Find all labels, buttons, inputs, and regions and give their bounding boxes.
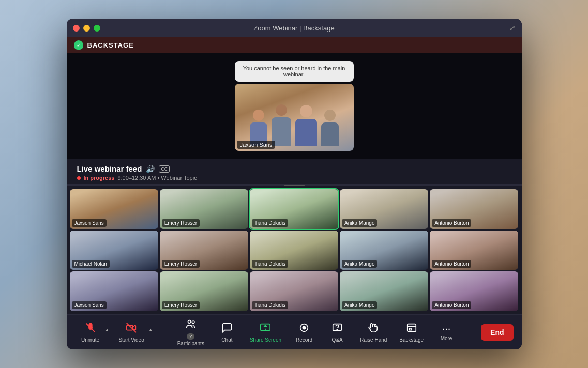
presenter-tooltip: You cannot be seen or heard in the main …: [235, 61, 354, 82]
share-screen-button[interactable]: Share Screen: [245, 319, 287, 346]
in-progress-text: In progress: [84, 175, 115, 181]
video-cell[interactable]: Jaxson Saris: [70, 189, 158, 229]
backstage-label: BACKSTAGE: [87, 41, 134, 49]
svg-rect-12: [409, 328, 411, 330]
fullscreen-button[interactable]: ⤢: [509, 24, 516, 32]
participant-name: Emery Rosser: [162, 301, 200, 309]
video-cell[interactable]: Anika Mango: [340, 189, 428, 229]
video-cell[interactable]: Antonio Burton: [430, 189, 518, 229]
share-screen-icon: [260, 322, 271, 335]
live-feed-title: Live webinar feed 🔊 CC: [77, 164, 511, 173]
zoom-window: Zoom Webinar | Backstage ⤢ ✓ BACKSTAGE Y…: [67, 19, 522, 349]
unmute-button[interactable]: Unmute: [75, 319, 106, 346]
video-cell[interactable]: Tiana Dokidis: [250, 189, 338, 229]
video-icon: [126, 322, 137, 335]
more-icon: ···: [442, 323, 451, 333]
video-cell[interactable]: Tiana Dokidis: [250, 231, 338, 270]
backstage-button[interactable]: Backstage: [394, 319, 429, 346]
svg-point-4: [192, 321, 194, 324]
live-feed-bar: Live webinar feed 🔊 CC In progress 9:00–…: [67, 159, 522, 184]
titlebar: Zoom Webinar | Backstage ⤢: [67, 19, 522, 37]
shield-icon: ✓: [74, 40, 83, 50]
more-label: More: [441, 335, 453, 341]
toolbar-left: Unmute ▲ Start Video ▲: [75, 319, 153, 346]
video-caret[interactable]: ▲: [148, 327, 153, 332]
presenter-name-tag: Jaxson Saris: [237, 141, 276, 149]
video-cell[interactable]: Jaxson Saris: [70, 271, 158, 311]
backstage-banner: ✓ BACKSTAGE: [67, 37, 522, 53]
presenter-thumbnail: Jaxson Saris: [235, 84, 354, 151]
unmute-caret[interactable]: ▲: [105, 327, 110, 332]
person-3: [295, 105, 317, 146]
video-cell[interactable]: Anika Mango: [340, 231, 428, 270]
chat-button[interactable]: Chat: [212, 319, 243, 346]
participant-name: Emery Rosser: [162, 260, 200, 268]
backstage-area: You cannot be seen or heard in the main …: [67, 53, 522, 159]
qa-label: Q&A: [332, 337, 343, 343]
qa-button[interactable]: Q&A: [322, 319, 353, 346]
person-2: [272, 104, 291, 146]
speaker-icon: 🔊: [146, 165, 155, 173]
video-cell[interactable]: Tiana Dokidis: [250, 271, 338, 311]
toolbar: Unmute ▲ Start Video ▲: [67, 314, 522, 349]
traffic-lights: [73, 25, 100, 32]
minimize-button[interactable]: [83, 25, 90, 32]
share-screen-label: Share Screen: [250, 337, 281, 343]
person-4: [321, 110, 339, 146]
record-label: Record: [296, 337, 312, 343]
participant-name: Tiana Dokidis: [252, 219, 288, 227]
presenter-video: You cannot be seen or heard in the main …: [235, 61, 354, 151]
raise-hand-label: Raise Hand: [360, 337, 387, 343]
participants-button[interactable]: 2 Participants: [172, 315, 209, 349]
maximize-button[interactable]: [94, 25, 100, 32]
participant-name: Jaxson Saris: [72, 219, 107, 227]
toolbar-center: 2 Participants Chat: [153, 315, 481, 349]
participant-name: Michael Nolan: [72, 260, 110, 268]
close-button[interactable]: [73, 25, 80, 32]
end-button[interactable]: End: [481, 324, 513, 341]
toolbar-right: End: [481, 324, 513, 341]
raise-hand-button[interactable]: Raise Hand: [355, 319, 392, 346]
participant-name: Anika Mango: [342, 260, 377, 268]
live-status: In progress 9:00–12:30 AM • Webinar Topi…: [77, 175, 511, 181]
mic-icon: [85, 322, 96, 335]
unmute-label: Unmute: [81, 337, 99, 343]
video-cell[interactable]: Antonio Burton: [430, 271, 518, 311]
participants-icon: [185, 318, 197, 331]
svg-point-9: [337, 329, 337, 329]
video-cell[interactable]: Anika Mango: [340, 271, 428, 311]
qa-icon: [331, 322, 343, 335]
participant-name: Tiana Dokidis: [252, 260, 288, 268]
participant-name: Anika Mango: [342, 301, 377, 309]
backstage-icon: [406, 322, 417, 335]
chat-label: Chat: [221, 337, 232, 343]
more-button[interactable]: ··· More: [431, 320, 462, 344]
participant-name: Antonio Burton: [432, 301, 471, 309]
main-content: You cannot be seen or heard in the main …: [67, 53, 522, 314]
svg-point-7: [303, 326, 306, 329]
start-video-label: Start Video: [118, 337, 144, 343]
participant-name: Jaxson Saris: [72, 301, 107, 309]
backstage-tb-label: Backstage: [399, 337, 424, 343]
record-icon: [298, 322, 310, 335]
start-video-button[interactable]: Start Video: [113, 319, 149, 346]
record-button[interactable]: Record: [289, 319, 320, 346]
video-cell[interactable]: Michael Nolan: [70, 231, 158, 270]
participants-count: 2: [187, 333, 194, 340]
svg-point-3: [188, 320, 191, 323]
participants-label: Participants: [177, 341, 204, 346]
video-cell[interactable]: Emery Rosser: [160, 271, 248, 311]
participant-name: Anika Mango: [342, 219, 377, 227]
video-cell[interactable]: Emery Rosser: [160, 189, 248, 229]
video-cell[interactable]: Antonio Burton: [430, 231, 518, 270]
participant-name: Emery Rosser: [162, 219, 200, 227]
live-time: 9:00–12:30 AM • Webinar Topic: [117, 175, 197, 181]
status-dot: [77, 176, 81, 180]
participant-name: Antonio Burton: [432, 260, 471, 268]
svg-line-2: [127, 323, 136, 332]
window-title: Zoom Webinar | Backstage: [253, 24, 334, 32]
raise-hand-icon: [368, 322, 379, 335]
participant-name: Tiana Dokidis: [252, 301, 288, 309]
video-grid: Jaxson SarisEmery RosserTiana DokidisAni…: [67, 186, 522, 314]
video-cell[interactable]: Emery Rosser: [160, 231, 248, 270]
